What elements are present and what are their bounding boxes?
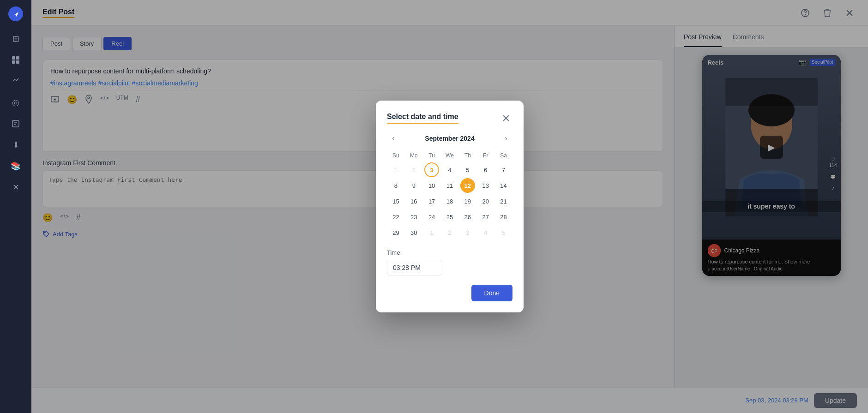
prev-month-button[interactable]: ‹ [387,132,400,145]
day-header-we: We [441,150,459,161]
cal-day-3[interactable]: 3 [424,162,439,177]
cal-day-next-3[interactable]: 3 [460,225,475,240]
cal-day-7[interactable]: 7 [496,162,511,177]
cal-day-12[interactable]: 12 [460,178,475,193]
modal-header: Select date and time [387,112,512,125]
calendar-weeks: 1 2 3 4 5 6 7 8 9 10 11 12 [387,162,512,240]
svg-rect-5 [12,120,19,127]
cal-day-26[interactable]: 26 [460,209,475,224]
calendar-week-1: 1 2 3 4 5 6 7 [387,162,512,177]
cal-day-next-2[interactable]: 2 [442,225,457,240]
calendar-month-year: September 2024 [425,135,474,142]
modal-overlay: Select date and time ‹ September 2024 › … [31,0,868,413]
cal-day-22[interactable]: 22 [388,209,403,224]
day-header-tu: Tu [423,150,441,161]
calendar-days-header: Su Mo Tu We Th Fr Sa [387,150,512,161]
main-content: Edit Post [31,0,868,413]
reports-icon[interactable] [6,114,25,133]
calendar-nav: ‹ September 2024 › [387,132,512,145]
cal-day-29[interactable]: 29 [388,225,403,240]
svg-rect-2 [16,56,19,60]
svg-rect-3 [12,60,15,64]
calendar-grid: Su Mo Tu We Th Fr Sa 1 2 3 4 5 [387,150,512,240]
cal-day-30[interactable]: 30 [406,225,421,240]
cal-day-13[interactable]: 13 [478,178,493,193]
calendar-week-5: 29 30 1 2 3 4 5 [387,225,512,240]
day-header-sa: Sa [494,150,512,161]
svg-rect-1 [12,56,15,60]
cal-day-15[interactable]: 15 [388,194,403,209]
day-header-mo: Mo [405,150,423,161]
day-header-su: Su [387,150,405,161]
cal-day-25[interactable]: 25 [442,209,457,224]
done-button[interactable]: Done [471,285,512,301]
time-section: Time [387,249,512,275]
cal-day-prev-1[interactable]: 1 [388,162,403,177]
cal-day-14[interactable]: 14 [496,178,511,193]
sidebar: ⊞ ◎ ⬇ 📚 ✕ [0,0,31,413]
cal-day-24[interactable]: 24 [424,209,439,224]
cal-day-17[interactable]: 17 [424,194,439,209]
cal-day-6[interactable]: 6 [478,162,493,177]
cal-day-8[interactable]: 8 [388,178,403,193]
settings-icon[interactable]: ✕ [6,178,25,197]
cal-day-next-4[interactable]: 4 [478,225,493,240]
modal-footer: Done [387,285,512,301]
library-icon[interactable]: 📚 [6,157,25,175]
calendar-week-2: 8 9 10 11 12 13 14 [387,178,512,193]
cal-day-9[interactable]: 9 [406,178,421,193]
time-input[interactable] [387,260,442,275]
cal-day-28[interactable]: 28 [496,209,511,224]
next-month-button[interactable]: › [500,132,512,145]
calendar-week-3: 15 16 17 18 19 20 21 [387,194,512,209]
calendar-week-4: 22 23 24 25 26 27 28 [387,209,512,224]
cal-day-19[interactable]: 19 [460,194,475,209]
modal-close-button[interactable] [500,112,512,125]
modal-title: Select date and time [387,113,458,124]
cal-day-23[interactable]: 23 [406,209,421,224]
cal-day-next-1[interactable]: 1 [424,225,439,240]
cal-day-next-5[interactable]: 5 [496,225,511,240]
cal-day-5[interactable]: 5 [460,162,475,177]
monitor-icon[interactable]: ◎ [6,93,25,112]
datepicker-modal: Select date and time ‹ September 2024 › … [376,101,524,312]
day-header-fr: Fr [476,150,494,161]
cal-day-21[interactable]: 21 [496,194,511,209]
time-label: Time [387,249,512,256]
cal-day-16[interactable]: 16 [406,194,421,209]
cal-day-10[interactable]: 10 [424,178,439,193]
cal-day-prev-2[interactable]: 2 [406,162,421,177]
analytics-icon[interactable] [6,72,25,90]
cal-day-20[interactable]: 20 [478,194,493,209]
dashboard-icon[interactable]: ⊞ [6,30,25,48]
inbox-icon[interactable]: ⬇ [6,136,25,154]
cal-day-4[interactable]: 4 [442,162,457,177]
posts-icon[interactable] [6,51,25,69]
cal-day-27[interactable]: 27 [478,209,493,224]
cal-day-11[interactable]: 11 [442,178,457,193]
svg-rect-4 [16,60,19,64]
day-header-th: Th [458,150,476,161]
cal-day-18[interactable]: 18 [442,194,457,209]
app-logo[interactable] [7,6,24,22]
